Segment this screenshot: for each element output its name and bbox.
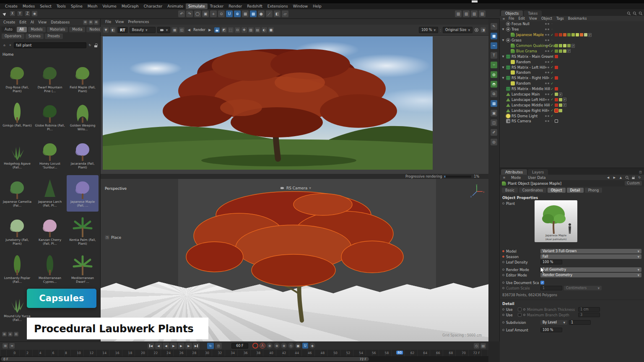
background-icon[interactable]: ▤	[255, 27, 260, 33]
subdivision-level-field[interactable]: 1	[569, 320, 591, 325]
object-row-rs-matrix-main-ground[interactable]: ▼ RS Matrix - Main Ground ✓	[500, 54, 644, 59]
filter-auto[interactable]: Auto	[2, 27, 16, 32]
gear-icon[interactable]	[474, 28, 479, 32]
asset-mediterranean-cypres[interactable]: Mediterranean Cypres...	[34, 251, 66, 288]
menu-tracker[interactable]: Tracker	[208, 3, 226, 9]
material-chip[interactable]	[563, 49, 566, 53]
mode-menu[interactable]: Mode	[509, 175, 523, 181]
crop-icon[interactable]: ◱	[179, 27, 184, 33]
material-chip[interactable]	[559, 49, 562, 53]
menu-volume[interactable]: Volume	[100, 3, 119, 9]
lock-icon[interactable]	[94, 44, 98, 47]
frame-tick-10[interactable]: 10	[77, 351, 81, 355]
rt-button[interactable]: RT	[117, 27, 128, 33]
editor-visibility-dot[interactable]	[545, 72, 547, 73]
om-menu-edit[interactable]: Edit	[517, 16, 527, 22]
asset-lombardy-poplar-fall[interactable]: Lombardy Poplar (Fall...	[1, 251, 33, 288]
object-row-rs-matrix-right-hill[interactable]: ▼ RS Matrix - Right Hill ✓	[500, 75, 644, 81]
undo-icon[interactable]: ↶	[178, 10, 185, 17]
axis-lock-x[interactable]: X	[9, 10, 16, 17]
frame-tick-42[interactable]: 42	[282, 351, 286, 355]
object-row-common-quaking-grass[interactable]: Common Quaking Grass ✓ F	[500, 43, 644, 49]
editor-visibility-dot[interactable]	[545, 115, 547, 117]
frame-tick-38[interactable]: 38	[257, 351, 261, 355]
menu-spline[interactable]: Spline	[68, 3, 85, 9]
editor-visibility-dot[interactable]	[545, 99, 547, 101]
menu-modes[interactable]: Modes	[20, 3, 37, 9]
subtab-operators[interactable]: Operators	[2, 34, 24, 39]
menu-tools[interactable]: Tools	[54, 3, 68, 9]
redshift-material-chip[interactable]	[555, 76, 558, 80]
spline-pen-icon[interactable]: ~	[491, 42, 497, 49]
render-visibility-dot[interactable]	[548, 88, 549, 90]
frame-ruler[interactable]: 0246810121416182022242628303234363840424…	[0, 350, 488, 356]
subtab-presets[interactable]: Presets	[45, 34, 63, 39]
render-visibility-dot[interactable]	[548, 23, 549, 25]
object-row-japanese-maple[interactable]: Japanese Maple ✓ F	[500, 32, 644, 38]
jump-end-button[interactable]: ▶	[193, 343, 200, 349]
rv-menu-file[interactable]: File	[103, 19, 113, 25]
season-dropdown[interactable]: Fall▼	[540, 254, 641, 259]
material-chip[interactable]	[555, 49, 558, 53]
burger-icon[interactable]: ≡	[502, 175, 506, 180]
camera-dropdown[interactable]: ▼	[157, 27, 171, 33]
dopesheet-icon[interactable]: ▤	[480, 343, 486, 349]
render-visibility-dot[interactable]	[548, 83, 549, 84]
rv-menu-preferences[interactable]: Preferences	[126, 19, 151, 25]
perspective-viewport[interactable]: Perspective RS Camera ▼ ◳ Place x y z Gr…	[101, 179, 488, 341]
sort-icon[interactable]: ⊟	[14, 332, 18, 336]
pen-tool-icon[interactable]: ✎	[491, 23, 497, 30]
keyframe-selection-icon[interactable]: ◈	[309, 343, 315, 349]
editor-visibility-dot[interactable]	[545, 67, 547, 68]
ab-menu-view[interactable]: View	[36, 19, 48, 25]
custom-badge[interactable]: Custom	[625, 181, 642, 186]
object-row-grass[interactable]: ▼ Grass ·	[500, 38, 644, 43]
camera-icon[interactable]: ▣	[491, 110, 497, 116]
save-icon[interactable]: ▼	[103, 27, 109, 33]
material-chip[interactable]	[559, 109, 562, 112]
frame-tick-18[interactable]: 18	[128, 351, 132, 355]
filter-models[interactable]: Models	[28, 27, 46, 32]
expand-arrow-icon[interactable]: ▼	[501, 28, 505, 31]
menu-simulate[interactable]: Simulate	[186, 3, 208, 9]
menu-help[interactable]: Help	[310, 3, 324, 9]
region-icon[interactable]: ⬚	[228, 27, 234, 33]
dock-icon[interactable]: ◨	[480, 27, 486, 33]
frame-tick-44[interactable]: 44	[295, 351, 299, 355]
prev-key-button[interactable]: ◀	[155, 343, 162, 349]
tag-badge[interactable]: F	[563, 103, 566, 107]
material-chip[interactable]	[559, 98, 562, 101]
snap-settings-icon[interactable]: ⊕	[234, 10, 241, 17]
detail-view-icon[interactable]: ⊞	[94, 20, 99, 25]
material-chip[interactable]	[567, 44, 571, 47]
attr-tab-phong[interactable]: Phong	[585, 188, 602, 193]
menu-character[interactable]: Character	[141, 3, 165, 9]
redo-icon[interactable]: ↷	[186, 10, 193, 17]
material-chip[interactable]	[567, 33, 571, 36]
search-icon[interactable]	[627, 11, 631, 15]
attr-tab-detail[interactable]: Detail	[567, 188, 584, 193]
ab-menu-ai[interactable]: AI	[29, 19, 36, 25]
frame-tick-54[interactable]: 54	[359, 351, 363, 355]
burger-icon[interactable]: ≡	[501, 16, 506, 21]
loop-icon[interactable]: ↻	[207, 343, 214, 349]
asset-dwarf-mountain-pine[interactable]: Dwarf Mountain Pine (...	[34, 61, 66, 97]
list-view-icon[interactable]: ≡	[8, 332, 13, 336]
magnet-icon[interactable]: U	[226, 10, 233, 17]
anim-marker[interactable]	[502, 287, 504, 289]
frame-tick-28[interactable]: 28	[192, 351, 197, 355]
enabled-check-icon[interactable]: ✓	[550, 44, 554, 48]
asset-kanzan-cherry-fall-pl[interactable]: Kanzan Cherry (Fall, Pl...	[34, 213, 66, 250]
attr-tab-object[interactable]: Object	[548, 188, 566, 193]
material-chip[interactable]	[576, 33, 579, 36]
render-visibility-dot[interactable]	[548, 115, 549, 117]
mograph-cloner-icon[interactable]: ⁘	[491, 62, 497, 68]
magnet-icon[interactable]: U	[302, 343, 308, 349]
render-visibility-dot[interactable]	[548, 50, 549, 52]
menu-animate[interactable]: Animate	[165, 3, 186, 9]
enabled-check-icon[interactable]: ✓	[550, 103, 554, 107]
material-chip[interactable]	[555, 103, 558, 107]
menu-create[interactable]: Create	[3, 3, 20, 9]
editor-visibility-dot[interactable]	[545, 77, 547, 79]
expand-arrow-icon[interactable]: ▼	[501, 76, 505, 80]
